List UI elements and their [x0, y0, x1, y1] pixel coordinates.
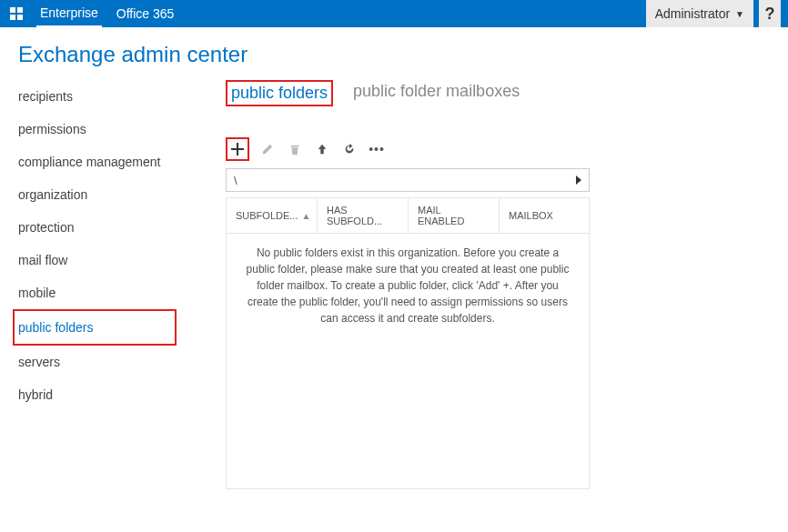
- tab-publicfoldermailboxes[interactable]: public folder mailboxes: [349, 80, 523, 106]
- admin-menu[interactable]: Administrator ▼: [646, 0, 753, 27]
- top-bar-right: Administrator ▼ ?: [646, 0, 781, 27]
- sidebar-item-compliance[interactable]: compliance management: [18, 146, 182, 178]
- top-link-enterprise[interactable]: Enterprise: [36, 0, 102, 27]
- tab-bar: public folders public folder mailboxes: [226, 80, 779, 106]
- sidebar-item-recipients[interactable]: recipients: [18, 80, 182, 113]
- svg-rect-2: [10, 15, 15, 20]
- svg-rect-0: [10, 7, 15, 13]
- svg-rect-3: [17, 15, 23, 20]
- col-mailenabled[interactable]: MAIL ENABLED: [409, 198, 500, 233]
- table-header: SUBFOLDE... ▲ HAS SUBFOLD... MAIL ENABLE…: [227, 198, 589, 234]
- more-button[interactable]: •••: [368, 140, 386, 158]
- sidebar-item-hybrid[interactable]: hybrid: [18, 378, 182, 411]
- admin-label: Administrator: [655, 6, 730, 21]
- top-bar-left: Enterprise Office 365: [7, 0, 177, 27]
- col-subfolder[interactable]: SUBFOLDE... ▲: [227, 198, 318, 233]
- sidebar-item-servers[interactable]: servers: [18, 346, 182, 378]
- col-label: SUBFOLDE...: [236, 210, 298, 221]
- help-button[interactable]: ?: [759, 0, 781, 27]
- office-logo-icon: [7, 5, 25, 23]
- chevron-down-icon: ▼: [735, 9, 744, 19]
- up-button[interactable]: [313, 140, 331, 158]
- refresh-button[interactable]: [340, 140, 359, 158]
- content-area: recipients permissions compliance manage…: [0, 80, 788, 489]
- add-button[interactable]: [226, 137, 249, 161]
- folder-table: SUBFOLDE... ▲ HAS SUBFOLD... MAIL ENABLE…: [226, 197, 590, 489]
- path-go-button[interactable]: [571, 172, 587, 188]
- path-value: \: [234, 174, 237, 187]
- col-mailbox[interactable]: MAILBOX: [500, 198, 589, 233]
- main-panel: public folders public folder mailboxes •…: [182, 80, 788, 489]
- empty-message: No public folders exist in this organiza…: [227, 234, 589, 488]
- sidebar-item-permissions[interactable]: permissions: [18, 113, 182, 146]
- sidebar: recipients permissions compliance manage…: [0, 80, 182, 489]
- top-link-office365[interactable]: Office 365: [113, 0, 178, 27]
- path-bar: \: [226, 168, 590, 192]
- sort-asc-icon: ▲: [301, 211, 310, 221]
- sidebar-item-publicfolders[interactable]: public folders: [13, 309, 177, 346]
- top-bar: Enterprise Office 365 Administrator ▼ ?: [0, 0, 788, 27]
- delete-button: [286, 140, 304, 158]
- sidebar-item-organization[interactable]: organization: [18, 178, 182, 211]
- tab-publicfolders[interactable]: public folders: [226, 80, 333, 106]
- sidebar-item-protection[interactable]: protection: [18, 211, 182, 244]
- page-title: Exchange admin center: [0, 27, 788, 80]
- col-hassubfolders[interactable]: HAS SUBFOLD...: [318, 198, 409, 233]
- edit-button: [258, 140, 277, 158]
- svg-rect-1: [17, 7, 23, 13]
- sidebar-item-mobile[interactable]: mobile: [18, 276, 182, 309]
- toolbar: •••: [226, 137, 779, 161]
- sidebar-item-mailflow[interactable]: mail flow: [18, 244, 182, 276]
